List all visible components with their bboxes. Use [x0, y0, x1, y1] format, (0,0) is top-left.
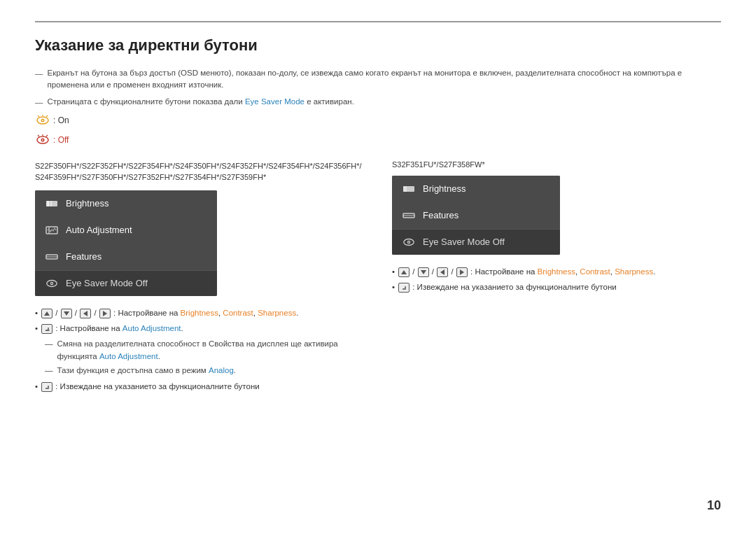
subnote-2: — Тази функция е достъпна само в режим A… [45, 365, 364, 377]
top-border [35, 21, 721, 22]
auto-adj-link: Auto Adjustment [122, 324, 181, 332]
right-eye-saver-label: Eye Saver Mode Off [423, 237, 505, 247]
menu-item-brightness: Brightness [35, 190, 217, 217]
r-contrast-link: Contrast [580, 267, 610, 276]
enter-icon-2 [41, 382, 52, 392]
eye-saver-link: Eye Saver Mode [245, 97, 304, 106]
page-number: 10 [707, 498, 721, 513]
note2-dash: — [35, 97, 43, 108]
auto-adj-link2: Auto Adjustment [99, 352, 158, 360]
right-menu-item-eye-saver: Eye Saver Mode Off [392, 229, 560, 255]
left-bullets: / / / : Настройване на Brightness, Contr… [35, 307, 364, 335]
right-column: S32F351FU*/S27F358FW* Brightness [392, 160, 721, 297]
right-eye-saver-icon [402, 235, 416, 249]
on-label: : On [53, 115, 69, 125]
svg-point-22 [51, 283, 52, 284]
analog-link: Analog [209, 366, 234, 374]
right-menu-item-features: Features [392, 202, 560, 229]
svg-marker-26 [103, 311, 107, 316]
sharpness-link: Sharpness [258, 309, 296, 317]
brightness-link: Brightness [181, 309, 218, 317]
svg-marker-23 [44, 311, 50, 316]
svg-marker-36 [421, 270, 426, 274]
enter-icon [41, 324, 52, 334]
left-bullet-3: : Извеждане на указанието за функционалн… [35, 381, 364, 393]
svg-line-10 [46, 135, 48, 136]
svg-marker-25 [83, 311, 88, 316]
svg-marker-29 [403, 186, 407, 192]
contrast-link: Contrast [223, 309, 253, 317]
bullet-2: : Настройване на Auto Adjustment. [35, 323, 364, 335]
note1-text: Екранът на бутона за бърз достъп (OSD ме… [48, 67, 722, 92]
arrow-right-icon [99, 309, 111, 318]
svg-marker-24 [64, 311, 69, 316]
two-column-layout: S22F350FH*/S22F352FH*/S22F354FH*/S24F350… [35, 160, 721, 397]
subnote-1: — Смяна на разделителната способност в С… [45, 338, 364, 363]
right-menu-box: Brightness Features [392, 176, 560, 255]
svg-point-34 [408, 241, 410, 243]
brightness-label: Brightness [66, 198, 108, 209]
right-menu-item-brightness: Brightness [392, 176, 560, 202]
left-model-text: S22F350FH*/S22F352FH*/S22F354FH*/S24F350… [35, 160, 364, 183]
note2-text: Страницата с функционалните бутони показ… [48, 96, 722, 108]
bullet-1: / / / : Настройване на Brightness, Contr… [35, 307, 364, 319]
r-arrow-down-icon [418, 267, 429, 277]
r-enter-icon [398, 283, 410, 293]
auto-adjust-icon [45, 223, 59, 237]
arrow-down-icon [61, 309, 72, 318]
note-1: — Екранът на бутона за бърз достъп (OSD … [35, 67, 721, 92]
bullet-3: : Извеждане на указанието за функционалн… [35, 381, 364, 393]
svg-line-4 [46, 115, 48, 117]
eye-off-icon [35, 132, 50, 148]
left-menu-box: Brightness Auto Adjustment [35, 190, 217, 296]
menu-item-auto-adjustment: Auto Adjustment [35, 217, 217, 244]
features-label: Features [66, 251, 102, 262]
auto-adjustment-label: Auto Adjustment [66, 225, 132, 235]
eye-saver-label: Eye Saver Mode Off [66, 278, 148, 288]
r-arrow-left-icon [437, 267, 448, 277]
note-2: — Страницата с функционалните бутони пок… [35, 96, 721, 108]
svg-line-3 [38, 115, 39, 117]
r-arrow-up-icon [398, 267, 410, 277]
features-icon [45, 250, 59, 264]
svg-marker-15 [46, 201, 49, 206]
off-icon-row: : Off [35, 132, 721, 148]
right-bullet-2: : Извеждане на указанието за функционалн… [392, 281, 721, 293]
r-brightness-link: Brightness [538, 267, 575, 276]
r-sharpness-link: Sharpness [615, 267, 653, 276]
right-model-text: S32F351FU*/S27F358FW* [392, 160, 721, 169]
right-bullets: / / / : Настройване на Brightness, Contr… [392, 266, 721, 294]
svg-marker-35 [401, 270, 407, 274]
eye-saver-menu-icon [45, 276, 59, 290]
right-bullet-1: / / / : Настройване на Brightness, Contr… [392, 266, 721, 278]
right-brightness-icon [402, 182, 416, 196]
brightness-icon [45, 197, 59, 211]
right-brightness-label: Brightness [423, 183, 465, 194]
svg-point-8 [42, 139, 43, 141]
svg-line-9 [38, 135, 39, 136]
note1-dash: — [35, 68, 43, 80]
svg-point-2 [42, 120, 43, 121]
menu-item-features: Features [35, 244, 217, 270]
eye-on-icon [35, 113, 50, 128]
menu-item-eye-saver: Eye Saver Mode Off [35, 270, 217, 296]
off-label: : Off [53, 135, 69, 145]
svg-marker-37 [440, 269, 444, 275]
svg-marker-38 [460, 269, 464, 275]
r-arrow-right-icon [456, 267, 468, 277]
arrow-left-icon [80, 309, 91, 318]
page-title: Указание за директни бутони [35, 36, 721, 55]
right-features-label: Features [423, 210, 458, 220]
right-features-icon [402, 209, 416, 223]
on-icon-row: : On [35, 113, 721, 128]
left-column: S22F350FH*/S22F352FH*/S22F354FH*/S24F350… [35, 160, 364, 397]
arrow-up-icon [41, 309, 52, 318]
